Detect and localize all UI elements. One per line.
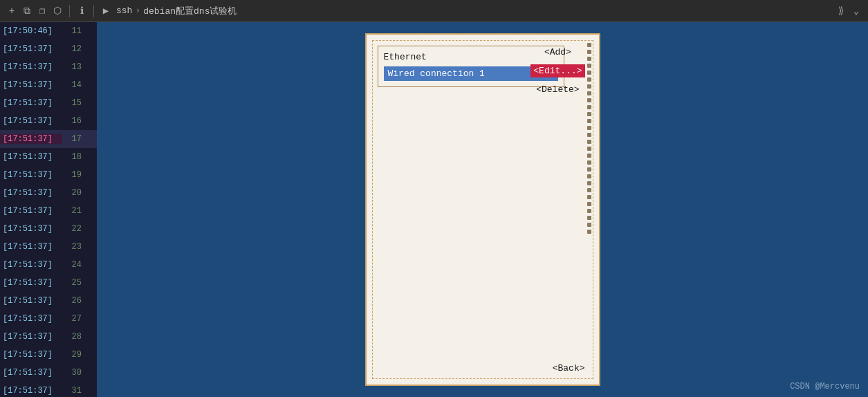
line-row: [17:51:37]30 [0,364,97,382]
line-number: 13 [62,62,87,72]
line-timestamp: [17:51:37] [0,98,62,108]
toolbar-icons: + ⧉ ❐ ⬡ [6,5,64,17]
line-row: [17:51:37]26 [0,292,97,310]
edit-button[interactable]: <Edit...> [530,64,584,77]
info-icon[interactable]: ℹ [75,5,88,17]
line-row: [17:51:37]21 [0,202,97,220]
line-number: 21 [62,206,87,216]
line-timestamp: [17:51:37] [0,224,62,234]
line-number: 30 [62,368,87,378]
breadcrumb-host[interactable]: debian配置dns试验机 [143,5,237,17]
line-row: [17:51:37]23 [0,238,97,256]
line-number: 22 [62,224,87,234]
line-row: [17:51:37]14 [0,76,97,94]
line-timestamp: [17:51:37] [0,386,62,396]
line-number: 18 [62,152,87,162]
line-number: 27 [62,314,87,324]
new-tab-icon[interactable]: + [6,5,18,17]
line-row: [17:51:37]16 [0,112,97,130]
line-row: [17:51:37]17 [0,130,97,148]
toolbar-separator2 [93,5,94,17]
line-number: 23 [62,242,87,252]
line-row: [17:51:37]28 [0,328,97,346]
line-number: 11 [62,26,87,36]
line-timestamp: [17:51:37] [0,80,62,90]
line-panel: [17:50:46]11[17:51:37]12[17:51:37]13[17:… [0,22,97,397]
breadcrumb-ssh[interactable]: ssh [116,6,132,16]
delete-button[interactable]: <Delete> [530,83,584,96]
line-timestamp: [17:51:37] [0,278,62,288]
duplicate-icon[interactable]: ❐ [36,5,48,17]
line-timestamp: [17:51:37] [0,170,62,180]
line-timestamp: [17:50:46] [0,26,62,36]
line-timestamp: [17:51:37] [0,116,62,126]
watermark: CSDN @Mercvenu [790,382,860,391]
line-number: 20 [62,188,87,198]
breadcrumb: ssh › debian配置dns试验机 [116,5,831,17]
line-number: 31 [62,386,87,396]
line-number: 26 [62,296,87,306]
play-icon[interactable]: ▶ [100,5,112,17]
line-timestamp: [17:51:37] [0,314,62,324]
line-row: [17:51:37]24 [0,256,97,274]
pin-icon[interactable]: ⬡ [51,5,64,17]
line-timestamp: [17:51:37] [0,260,62,270]
line-row: [17:50:46]11 [0,22,97,40]
line-row: [17:51:37]25 [0,274,97,292]
breadcrumb-sep1: › [135,6,140,16]
line-row: [17:51:37]15 [0,94,97,112]
line-number: 29 [62,350,87,360]
line-timestamp: [17:51:37] [0,44,62,54]
main-content: [17:50:46]11[17:51:37]12[17:51:37]13[17:… [0,22,868,397]
line-number: 25 [62,278,87,288]
toolbar-right: ⟫ ⌄ [835,5,862,17]
line-number: 19 [62,170,87,180]
toolbar: + ⧉ ❐ ⬡ ℹ ▶ ssh › debian配置dns试验机 ⟫ ⌄ [0,0,868,22]
add-button[interactable]: <Add> [530,46,584,59]
line-row: [17:51:37]31 [0,382,97,397]
line-row: [17:51:37]20 [0,184,97,202]
line-number: 16 [62,116,87,126]
line-row: [17:51:37]19 [0,166,97,184]
line-number: 24 [62,260,87,270]
dialog-footer: <Back> [553,363,585,373]
chevron-down-icon[interactable]: ⌄ [850,5,862,17]
toolbar-separator [69,5,70,17]
line-timestamp: [17:51:37] [0,296,62,306]
line-timestamp: [17:51:37] [0,242,62,252]
terminal-area: Ethernet Wired connection 1 <Add> <Edit.… [97,22,868,397]
line-number: 17 [62,134,87,144]
line-row: [17:51:37]22 [0,220,97,238]
dialog-content: Ethernet Wired connection 1 <Add> <Edit.… [367,35,599,385]
line-number: 28 [62,332,87,342]
line-number: 14 [62,80,87,90]
line-number: 15 [62,98,87,108]
dialog-window: Ethernet Wired connection 1 <Add> <Edit.… [365,33,600,386]
line-timestamp: [17:51:37] [0,332,62,342]
back-button[interactable]: <Back> [553,363,585,373]
line-timestamp: [17:51:37] [0,188,62,198]
dialog-actions: <Add> <Edit...> <Delete> [530,46,584,96]
split-icon[interactable]: ⧉ [21,5,33,17]
line-timestamp: [17:51:37] [0,134,62,144]
line-row: [17:51:37]27 [0,310,97,328]
line-timestamp: [17:51:37] [0,62,62,72]
line-timestamp: [17:51:37] [0,368,62,378]
line-row: [17:51:37]18 [0,148,97,166]
line-timestamp: [17:51:37] [0,350,62,360]
line-number: 12 [62,44,87,54]
line-row: [17:51:37]29 [0,346,97,364]
line-timestamp: [17:51:37] [0,152,62,162]
line-row: [17:51:37]13 [0,58,97,76]
line-row: [17:51:37]12 [0,40,97,58]
line-timestamp: [17:51:37] [0,206,62,216]
expand-icon[interactable]: ⟫ [835,5,847,17]
